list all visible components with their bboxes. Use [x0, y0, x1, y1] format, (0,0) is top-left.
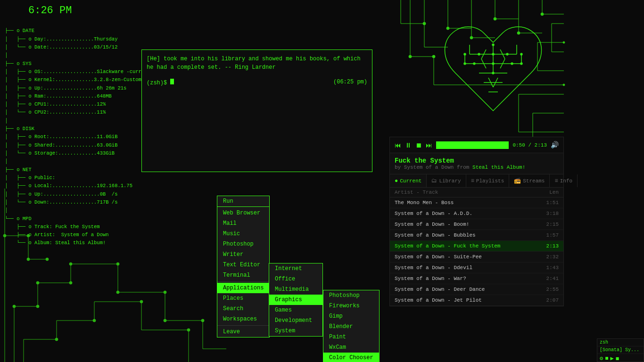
menu-terminal[interactable]: Terminal [217, 270, 269, 280]
track-length: 2:55 [546, 287, 559, 292]
track-artist: System of a Down [404, 165, 454, 170]
track-item[interactable]: System of a Down - War?2:41 [390, 273, 563, 284]
menu-leave[interactable]: Leave [217, 327, 269, 337]
track-item[interactable]: System of a Down - Suite-Pee2:32 [390, 252, 563, 263]
menu-music[interactable]: Music [217, 229, 269, 239]
menu-text-editor[interactable]: Text Editor [217, 260, 269, 270]
menu-mail[interactable]: Mail [217, 218, 269, 229]
track-length: 2:07 [546, 297, 559, 303]
tab-info[interactable]: ≡ Info [550, 174, 578, 187]
menu-applications[interactable]: Applications [217, 283, 269, 293]
menu-web-browser[interactable]: Web Browser [217, 208, 269, 218]
app-menu: Run Web Browser Mail Music Photoshop Wri… [217, 196, 270, 337]
terminal-window[interactable]: [He] took me into his library and showed… [141, 49, 372, 172]
track-length: 2:41 [546, 276, 559, 281]
track-title: Fuck the System [395, 157, 559, 165]
terminal-cursor [170, 79, 174, 84]
col-len: Len [549, 189, 559, 195]
terminal-time: (06:25 pm) [333, 79, 367, 86]
graphics-gimp[interactable]: Gimp [323, 311, 379, 321]
streams-icon: 📻 [514, 177, 521, 184]
track-item[interactable]: System of a Down - Deer Dance2:55 [390, 284, 563, 295]
taskbar-icons: ⚙ ■ ▶ ◼ [597, 354, 644, 362]
player-controls: ⏮ ⏸ ⏹ ⏭ 0:50 / 2:13 🔊 [390, 137, 563, 153]
submenu-office[interactable]: Office [269, 274, 322, 284]
progress-bar[interactable] [436, 141, 509, 149]
svg-point-111 [464, 63, 466, 65]
track-length: 1:57 [546, 232, 559, 238]
tab-library[interactable]: 🗂 Library [427, 174, 466, 187]
track-length: 1:51 [546, 200, 559, 206]
menu-separator-1 [217, 281, 269, 282]
submenu-internet[interactable]: Internet [269, 263, 322, 274]
current-icon: ● [395, 178, 398, 184]
submenu-system[interactable]: System [269, 326, 322, 336]
graphics-blender[interactable]: Blender [323, 321, 379, 332]
graphics-photoshop[interactable]: Photoshop [323, 290, 379, 301]
heart-decoration [422, 0, 564, 137]
volume-icon[interactable]: 🔊 [551, 141, 559, 149]
track-item[interactable]: System of a Down - Boom!2:15 [390, 219, 563, 230]
tab-playlists-label: Playlists [476, 178, 504, 184]
track-name: System of a Down - Fuck the System [395, 243, 500, 249]
stop-button[interactable]: ⏹ [415, 141, 422, 149]
taskbar-settings-icon[interactable]: ⚙ [600, 355, 603, 362]
svg-point-107 [478, 53, 480, 55]
prompt-text: (zsh)$ [147, 79, 174, 86]
main-menu: Run Web Browser Mail Music Photoshop Wri… [217, 196, 270, 337]
graphics-color-chooser[interactable]: Color Chooser [323, 353, 379, 362]
svg-point-106 [492, 72, 494, 74]
tab-current[interactable]: ● Current [390, 174, 427, 187]
date-section: ├── o DATE │ ├── o Day:................T… [5, 28, 162, 246]
graphics-paint[interactable]: Paint [323, 332, 379, 342]
menu-writer[interactable]: Writer [217, 249, 269, 260]
pause-button[interactable]: ⏸ [405, 141, 412, 149]
tab-streams-label: Streams [523, 178, 545, 184]
menu-search[interactable]: Search [217, 304, 269, 314]
tab-info-label: Info [560, 178, 572, 184]
taskbar-play-icon[interactable]: ▶ [610, 355, 613, 362]
menu-workspaces[interactable]: Workspaces [217, 314, 269, 324]
track-subtitle: by System of a Down from Steal this Albu… [395, 165, 559, 170]
taskbar-close-icon[interactable]: ◼ [616, 355, 619, 362]
svg-point-112 [520, 63, 522, 65]
track-name: System of a Down - Ddevil [395, 265, 472, 271]
terminal-quote: [He] took me into his library and showed… [147, 55, 367, 72]
track-item[interactable]: System of a Down - A.D.D.3:18 [390, 208, 563, 219]
sysinfo-panel: ├── o DATE │ ├── o Day:................T… [5, 19, 162, 255]
menu-run[interactable]: Run [217, 196, 269, 207]
menu-separator-2 [217, 325, 269, 326]
track-item[interactable]: System of a Down - Bubbles1:57 [390, 230, 563, 241]
submenu-development[interactable]: Development [269, 315, 322, 326]
taskbar-stop-icon[interactable]: ■ [605, 355, 608, 362]
graphics-fireworks[interactable]: Fireworks [323, 301, 379, 311]
track-name: System of a Down - Suite-Pee [395, 254, 482, 260]
track-name: System of a Down - Jet Pilot [395, 297, 482, 303]
playlists-icon: ≡ [471, 178, 474, 184]
submenu-multimedia[interactable]: Multimedia [269, 284, 322, 295]
clock: 6:26 PM [28, 5, 72, 16]
svg-point-114 [520, 53, 522, 55]
menu-places[interactable]: Places [217, 293, 269, 304]
track-item[interactable]: System of a Down - Ddevil1:43 [390, 263, 563, 273]
graphics-wxcam[interactable]: WxCam [323, 342, 379, 353]
submenu-games[interactable]: Games [269, 305, 322, 315]
track-length: 2:15 [546, 222, 559, 227]
track-album: Steal this Album! [472, 165, 525, 170]
svg-point-113 [464, 53, 466, 55]
submenu-graphics[interactable]: Graphics [269, 295, 322, 305]
menu-photoshop[interactable]: Photoshop [217, 239, 269, 249]
svg-point-104 [492, 53, 494, 55]
next-button[interactable]: ⏭ [426, 141, 432, 149]
player-tabs: ● Current 🗂 Library ≡ Playlists 📻 Stream… [390, 174, 563, 188]
prev-button[interactable]: ⏮ [395, 141, 401, 149]
track-length: 1:43 [546, 265, 559, 271]
tab-streams[interactable]: 📻 Streams [509, 174, 550, 187]
taskbar-sonata[interactable]: [Sonata] Sy... [597, 346, 644, 354]
svg-point-103 [492, 44, 494, 46]
tab-playlists[interactable]: ≡ Playlists [466, 174, 510, 187]
track-item[interactable]: System of a Down - Fuck the System2:13 [390, 241, 563, 252]
track-item[interactable]: The Mono Men - Boss1:51 [390, 197, 563, 208]
taskbar-zsh[interactable]: zsh [597, 339, 644, 346]
track-item[interactable]: System of a Down - Jet Pilot2:07 [390, 295, 563, 306]
